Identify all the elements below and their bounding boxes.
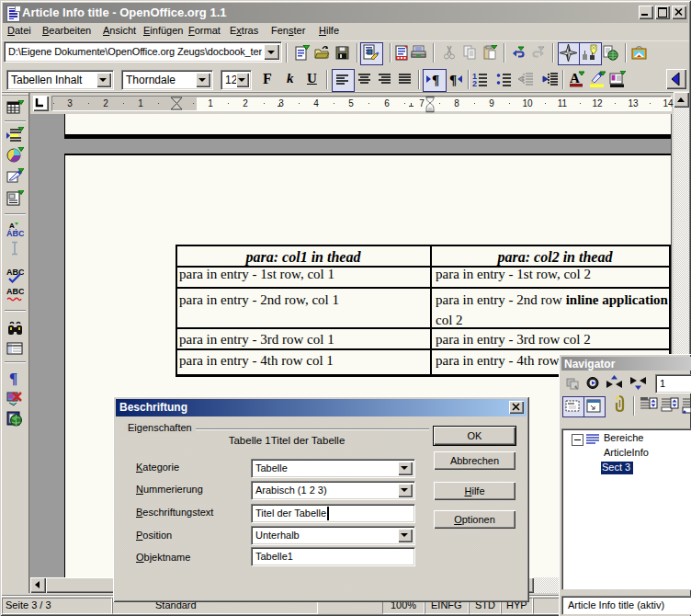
svg-text:A: A (570, 71, 580, 86)
svg-text:ABC: ABC (6, 268, 24, 277)
svg-text:¶: ¶ (9, 370, 17, 386)
svg-text:¶: ¶ (449, 73, 457, 87)
svg-text:ABC: ABC (6, 229, 24, 237)
svg-text:¶: ¶ (432, 73, 439, 87)
svg-text:ABC: ABC (6, 287, 24, 296)
svg-text:2: 2 (472, 79, 477, 87)
